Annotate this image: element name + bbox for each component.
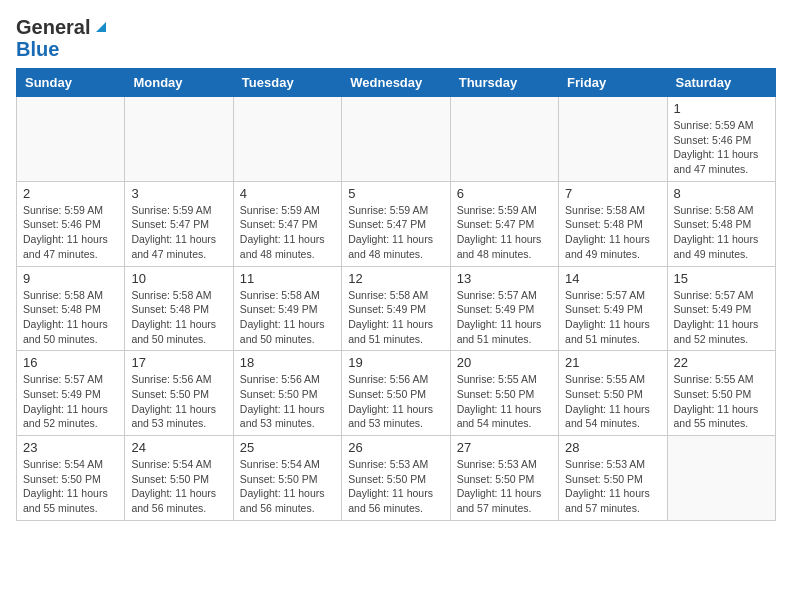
svg-marker-0 — [96, 22, 106, 32]
day-info: Sunrise: 5:59 AM Sunset: 5:46 PM Dayligh… — [674, 118, 769, 177]
day-cell: 9Sunrise: 5:58 AM Sunset: 5:48 PM Daylig… — [17, 266, 125, 351]
day-info: Sunrise: 5:53 AM Sunset: 5:50 PM Dayligh… — [565, 457, 660, 516]
day-number: 3 — [131, 186, 226, 201]
weekday-header-friday: Friday — [559, 69, 667, 97]
week-row-5: 23Sunrise: 5:54 AM Sunset: 5:50 PM Dayli… — [17, 436, 776, 521]
day-cell — [233, 97, 341, 182]
day-number: 13 — [457, 271, 552, 286]
day-cell: 14Sunrise: 5:57 AM Sunset: 5:49 PM Dayli… — [559, 266, 667, 351]
day-number: 18 — [240, 355, 335, 370]
day-number: 15 — [674, 271, 769, 286]
day-info: Sunrise: 5:54 AM Sunset: 5:50 PM Dayligh… — [131, 457, 226, 516]
day-info: Sunrise: 5:58 AM Sunset: 5:49 PM Dayligh… — [348, 288, 443, 347]
day-number: 19 — [348, 355, 443, 370]
day-info: Sunrise: 5:59 AM Sunset: 5:47 PM Dayligh… — [131, 203, 226, 262]
weekday-header-monday: Monday — [125, 69, 233, 97]
day-cell: 16Sunrise: 5:57 AM Sunset: 5:49 PM Dayli… — [17, 351, 125, 436]
day-cell — [667, 436, 775, 521]
logo-icon — [92, 18, 110, 36]
day-info: Sunrise: 5:59 AM Sunset: 5:47 PM Dayligh… — [457, 203, 552, 262]
day-info: Sunrise: 5:54 AM Sunset: 5:50 PM Dayligh… — [240, 457, 335, 516]
logo-general-text: General — [16, 16, 90, 38]
day-cell: 25Sunrise: 5:54 AM Sunset: 5:50 PM Dayli… — [233, 436, 341, 521]
day-number: 27 — [457, 440, 552, 455]
day-info: Sunrise: 5:54 AM Sunset: 5:50 PM Dayligh… — [23, 457, 118, 516]
day-number: 10 — [131, 271, 226, 286]
day-cell — [559, 97, 667, 182]
day-info: Sunrise: 5:59 AM Sunset: 5:46 PM Dayligh… — [23, 203, 118, 262]
day-info: Sunrise: 5:58 AM Sunset: 5:48 PM Dayligh… — [674, 203, 769, 262]
day-cell — [450, 97, 558, 182]
day-info: Sunrise: 5:57 AM Sunset: 5:49 PM Dayligh… — [674, 288, 769, 347]
day-info: Sunrise: 5:56 AM Sunset: 5:50 PM Dayligh… — [348, 372, 443, 431]
day-info: Sunrise: 5:55 AM Sunset: 5:50 PM Dayligh… — [565, 372, 660, 431]
day-number: 24 — [131, 440, 226, 455]
day-info: Sunrise: 5:57 AM Sunset: 5:49 PM Dayligh… — [565, 288, 660, 347]
weekday-header-row: SundayMondayTuesdayWednesdayThursdayFrid… — [17, 69, 776, 97]
day-cell: 10Sunrise: 5:58 AM Sunset: 5:48 PM Dayli… — [125, 266, 233, 351]
day-cell: 3Sunrise: 5:59 AM Sunset: 5:47 PM Daylig… — [125, 181, 233, 266]
week-row-4: 16Sunrise: 5:57 AM Sunset: 5:49 PM Dayli… — [17, 351, 776, 436]
day-number: 7 — [565, 186, 660, 201]
day-cell: 20Sunrise: 5:55 AM Sunset: 5:50 PM Dayli… — [450, 351, 558, 436]
day-cell: 26Sunrise: 5:53 AM Sunset: 5:50 PM Dayli… — [342, 436, 450, 521]
day-cell: 7Sunrise: 5:58 AM Sunset: 5:48 PM Daylig… — [559, 181, 667, 266]
day-cell: 19Sunrise: 5:56 AM Sunset: 5:50 PM Dayli… — [342, 351, 450, 436]
day-number: 9 — [23, 271, 118, 286]
day-info: Sunrise: 5:55 AM Sunset: 5:50 PM Dayligh… — [457, 372, 552, 431]
day-cell: 6Sunrise: 5:59 AM Sunset: 5:47 PM Daylig… — [450, 181, 558, 266]
page-header: General Blue — [16, 16, 776, 60]
week-row-1: 1Sunrise: 5:59 AM Sunset: 5:46 PM Daylig… — [17, 97, 776, 182]
week-row-3: 9Sunrise: 5:58 AM Sunset: 5:48 PM Daylig… — [17, 266, 776, 351]
day-info: Sunrise: 5:58 AM Sunset: 5:48 PM Dayligh… — [23, 288, 118, 347]
day-number: 14 — [565, 271, 660, 286]
day-info: Sunrise: 5:57 AM Sunset: 5:49 PM Dayligh… — [457, 288, 552, 347]
weekday-header-saturday: Saturday — [667, 69, 775, 97]
day-number: 8 — [674, 186, 769, 201]
day-info: Sunrise: 5:58 AM Sunset: 5:48 PM Dayligh… — [565, 203, 660, 262]
day-info: Sunrise: 5:55 AM Sunset: 5:50 PM Dayligh… — [674, 372, 769, 431]
day-number: 16 — [23, 355, 118, 370]
day-number: 28 — [565, 440, 660, 455]
day-info: Sunrise: 5:57 AM Sunset: 5:49 PM Dayligh… — [23, 372, 118, 431]
day-cell — [17, 97, 125, 182]
day-cell: 15Sunrise: 5:57 AM Sunset: 5:49 PM Dayli… — [667, 266, 775, 351]
day-cell: 27Sunrise: 5:53 AM Sunset: 5:50 PM Dayli… — [450, 436, 558, 521]
day-cell: 12Sunrise: 5:58 AM Sunset: 5:49 PM Dayli… — [342, 266, 450, 351]
day-number: 4 — [240, 186, 335, 201]
day-info: Sunrise: 5:53 AM Sunset: 5:50 PM Dayligh… — [348, 457, 443, 516]
day-cell: 8Sunrise: 5:58 AM Sunset: 5:48 PM Daylig… — [667, 181, 775, 266]
day-number: 22 — [674, 355, 769, 370]
day-cell: 5Sunrise: 5:59 AM Sunset: 5:47 PM Daylig… — [342, 181, 450, 266]
day-cell: 17Sunrise: 5:56 AM Sunset: 5:50 PM Dayli… — [125, 351, 233, 436]
day-cell: 1Sunrise: 5:59 AM Sunset: 5:46 PM Daylig… — [667, 97, 775, 182]
day-cell: 18Sunrise: 5:56 AM Sunset: 5:50 PM Dayli… — [233, 351, 341, 436]
day-info: Sunrise: 5:56 AM Sunset: 5:50 PM Dayligh… — [240, 372, 335, 431]
day-info: Sunrise: 5:59 AM Sunset: 5:47 PM Dayligh… — [348, 203, 443, 262]
day-cell: 24Sunrise: 5:54 AM Sunset: 5:50 PM Dayli… — [125, 436, 233, 521]
day-number: 20 — [457, 355, 552, 370]
day-info: Sunrise: 5:58 AM Sunset: 5:48 PM Dayligh… — [131, 288, 226, 347]
logo-blue-text: Blue — [16, 38, 110, 60]
day-number: 5 — [348, 186, 443, 201]
day-cell: 22Sunrise: 5:55 AM Sunset: 5:50 PM Dayli… — [667, 351, 775, 436]
day-cell: 4Sunrise: 5:59 AM Sunset: 5:47 PM Daylig… — [233, 181, 341, 266]
day-cell: 21Sunrise: 5:55 AM Sunset: 5:50 PM Dayli… — [559, 351, 667, 436]
day-info: Sunrise: 5:53 AM Sunset: 5:50 PM Dayligh… — [457, 457, 552, 516]
weekday-header-sunday: Sunday — [17, 69, 125, 97]
day-info: Sunrise: 5:59 AM Sunset: 5:47 PM Dayligh… — [240, 203, 335, 262]
calendar-table: SundayMondayTuesdayWednesdayThursdayFrid… — [16, 68, 776, 521]
week-row-2: 2Sunrise: 5:59 AM Sunset: 5:46 PM Daylig… — [17, 181, 776, 266]
day-cell: 2Sunrise: 5:59 AM Sunset: 5:46 PM Daylig… — [17, 181, 125, 266]
weekday-header-thursday: Thursday — [450, 69, 558, 97]
day-cell: 28Sunrise: 5:53 AM Sunset: 5:50 PM Dayli… — [559, 436, 667, 521]
day-number: 25 — [240, 440, 335, 455]
day-number: 2 — [23, 186, 118, 201]
day-number: 12 — [348, 271, 443, 286]
day-number: 26 — [348, 440, 443, 455]
day-number: 21 — [565, 355, 660, 370]
day-info: Sunrise: 5:58 AM Sunset: 5:49 PM Dayligh… — [240, 288, 335, 347]
day-number: 11 — [240, 271, 335, 286]
day-info: Sunrise: 5:56 AM Sunset: 5:50 PM Dayligh… — [131, 372, 226, 431]
weekday-header-wednesday: Wednesday — [342, 69, 450, 97]
